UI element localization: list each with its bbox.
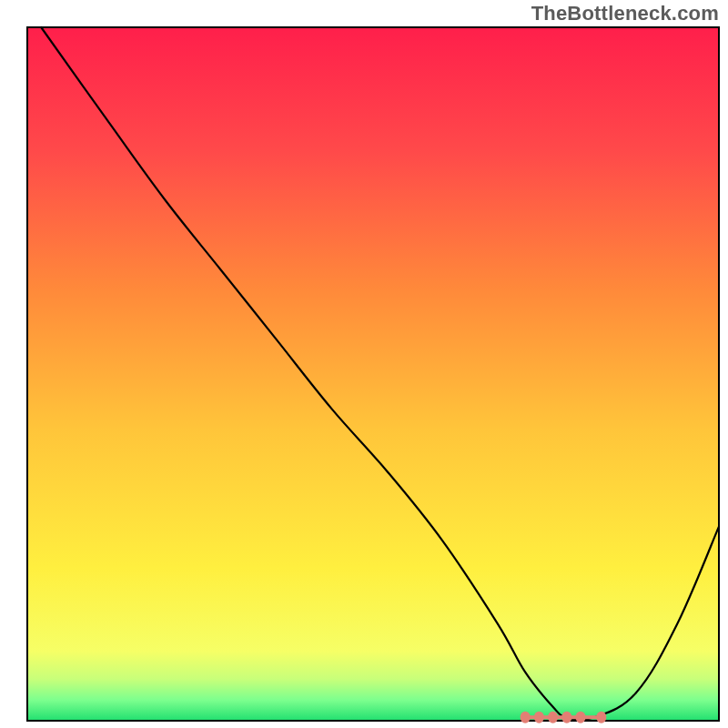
optimal-marker — [548, 712, 558, 723]
optimal-marker — [561, 712, 571, 723]
chart-stage: TheBottleneck.com — [0, 0, 728, 728]
optimal-marker — [576, 712, 586, 723]
watermark: TheBottleneck.com — [531, 2, 719, 25]
optimal-marker — [596, 712, 606, 723]
plot-background — [27, 27, 719, 721]
bottleneck-chart — [0, 0, 728, 728]
optimal-marker — [521, 712, 531, 723]
optimal-marker — [534, 712, 544, 723]
